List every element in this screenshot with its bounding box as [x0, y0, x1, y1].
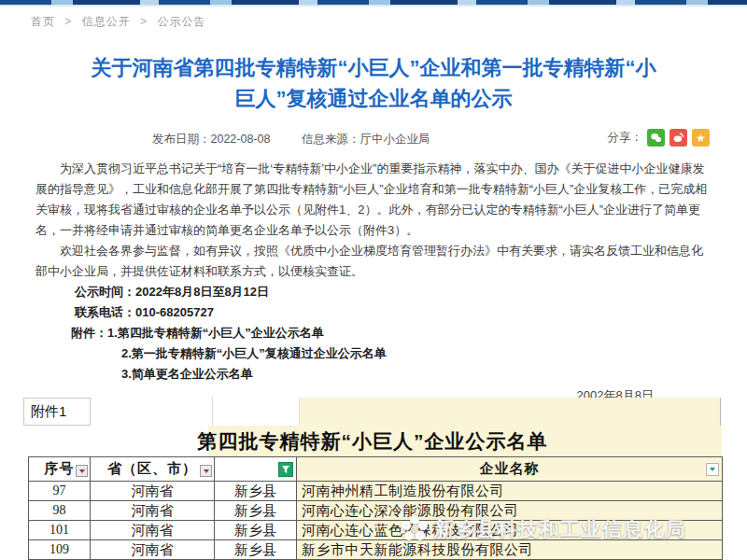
company-table: 序号 省（区、市） 企业名称 97 河南省: [28, 456, 723, 560]
share-bar: 分享： ★: [608, 129, 711, 147]
paragraph-intro: 为深入贯彻习近平总书记关于“培育一批‘专精特新’中小企业”的重要指示精神，落实中…: [35, 159, 712, 241]
publish-date-value: 2022-08-08: [211, 133, 271, 146]
table-cell-county: 新乡县: [215, 482, 297, 501]
info-source-label: 信息来源：: [302, 133, 360, 146]
publish-date-label: 发布日期：: [152, 133, 211, 146]
breadcrumb-current: 公示公告: [157, 15, 205, 28]
share-wechat-icon[interactable]: [647, 129, 665, 147]
publicity-time: 公示时间：2022年8月8日至8月12日: [35, 282, 712, 302]
column-header-index: 序号: [29, 457, 91, 482]
attachment-line-1: 附件： 1.第四批专精特新“小巨人”企业公示名单: [35, 323, 712, 343]
table-cell-index: 97: [29, 482, 91, 501]
column-header-county: [215, 457, 297, 482]
table-cell-county: 新乡县: [215, 540, 297, 560]
table-cell-county: 新乡县: [215, 521, 297, 540]
table-cell-index: 109: [29, 540, 91, 560]
column-header-company-label: 企业名称: [480, 460, 540, 478]
table-cell-province: 河南省: [91, 482, 215, 501]
table-cell-index: 98: [29, 501, 91, 521]
active-filter-funnel-icon[interactable]: [278, 462, 293, 477]
table-cell-company: 河南心连心蓝色环保科技有限公司: [297, 521, 723, 540]
wechat-bubbles-icon: [650, 132, 662, 144]
sheet-table-title: 第四批专精特新“小巨人”企业公示名单: [23, 426, 722, 456]
attachment-link-2[interactable]: 2.第一批专精特新“小巨人”复核通过企业公示名单: [121, 343, 387, 364]
column-header-index-label: 序号: [45, 460, 75, 478]
table-cell-company: 河南心连心深冷能源股份有限公司: [297, 501, 723, 521]
funnel-icon: [281, 465, 290, 474]
column-header-company: 企业名称: [297, 457, 723, 482]
attachment-link-1[interactable]: 1.第四批专精特新“小巨人”企业公示名单: [107, 323, 324, 343]
attachment-line-2: 2.第一批专精特新“小巨人”复核通过企业公示名单: [35, 343, 712, 364]
table-cell-province: 河南省: [91, 521, 215, 540]
breadcrumb-home[interactable]: 首页: [31, 15, 55, 28]
share-qzone-icon[interactable]: ★: [692, 129, 710, 147]
top-decor-bar-light: [0, 5, 747, 7]
share-label: 分享：: [608, 130, 643, 146]
page-title: 关于河南省第四批专精特新“小巨人”企业和第一批专精特新“小巨人”复核通过企业名单…: [89, 52, 658, 114]
table-cell-index: 101: [29, 521, 91, 540]
publish-date: 发布日期：2022-08-08: [152, 132, 270, 147]
info-source-value: 厅中小企业局: [360, 133, 430, 146]
attachment1-cell: 附件1: [23, 398, 91, 426]
sheet-table-title-text: 第四批专精特新“小巨人”企业公示名单: [198, 428, 548, 455]
sheet-gridline: [212, 398, 213, 426]
table-cell-company: 河南神州精工制造股份有限公司: [297, 482, 723, 501]
weibo-eye-icon: [672, 132, 684, 144]
paragraph-supervision: 欢迎社会各界参与监督，如有异议，按照《优质中小企业梯度培育管理暂行办法》中有关要…: [35, 241, 712, 282]
share-weibo-icon[interactable]: [669, 129, 687, 147]
filter-dropdown-icon[interactable]: [76, 465, 88, 477]
breadcrumb-info-disclosure[interactable]: 信息公开: [82, 15, 131, 28]
filter-dropdown-icon[interactable]: [200, 465, 212, 477]
table-cell-province: 河南省: [91, 540, 215, 560]
breadcrumb-separator: >: [64, 15, 72, 28]
article-body: 为深入贯彻习近平总书记关于“培育一批‘专精特新’中小企业”的重要指示精神，落实中…: [35, 159, 712, 406]
filter-dropdown-icon[interactable]: [706, 463, 719, 476]
dropdown-arrow-icon: [204, 469, 209, 473]
contact-phone: 联系电话：010-68205727: [35, 302, 712, 323]
column-header-province-label: 省（区、市）: [107, 460, 197, 478]
table-cell-company: 新乡市中天新能源科技股份有限公司: [297, 540, 723, 560]
breadcrumb-separator: >: [140, 15, 148, 28]
sheet-yellow-strip: [299, 398, 721, 426]
attachments-label: 附件：: [35, 323, 107, 343]
column-header-province: 省（区、市）: [91, 457, 215, 482]
breadcrumb: 首页 > 信息公开 > 公示公告: [31, 14, 205, 30]
attachment-spreadsheet: 附件1 第四批专精特新“小巨人”企业公示名单 序号 省（区、市）: [0, 397, 747, 560]
attachment-link-3[interactable]: 3.简单更名企业公示名单: [121, 364, 253, 385]
attachment-line-3: 3.简单更名企业公示名单: [35, 364, 712, 385]
dropdown-arrow-icon: [710, 468, 715, 471]
page: 首页 > 信息公开 > 公示公告 关于河南省第四批专精特新“小巨人”企业和第一批…: [0, 0, 747, 560]
meta-bar: 发布日期：2022-08-08 信息来源：厅中小企业局 分享： ★: [0, 129, 747, 151]
table-cell-province: 河南省: [91, 501, 215, 521]
info-source: 信息来源：厅中小企业局: [302, 132, 430, 147]
table-cell-county: 新乡县: [215, 501, 297, 521]
dropdown-arrow-icon: [79, 469, 85, 473]
